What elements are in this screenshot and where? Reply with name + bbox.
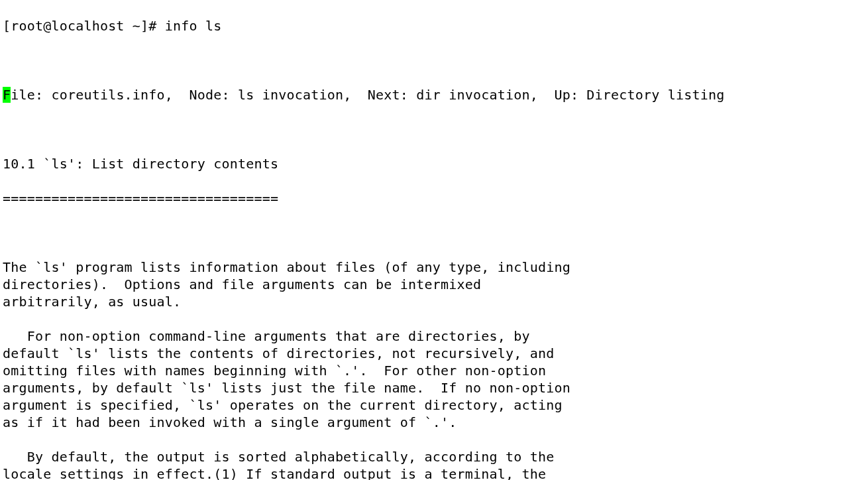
info-body-line: default `ls' lists the contents of direc… <box>3 345 865 362</box>
info-body-line <box>3 310 865 328</box>
info-body-line: The `ls' program lists information about… <box>3 259 865 276</box>
prompt-line: [root@localhost ~]# info ls <box>3 17 865 34</box>
terminal-viewport[interactable]: [root@localhost ~]# info ls File: coreut… <box>0 0 868 480</box>
shell-prompt: [root@localhost ~]# <box>3 18 165 34</box>
section-heading: 10.1 `ls': List directory contents <box>3 155 865 172</box>
blank-line <box>3 121 865 138</box>
info-body-line: directories). Options and file arguments… <box>3 276 865 293</box>
info-body-line: For non-option command-line arguments th… <box>3 328 865 345</box>
typed-command: info ls <box>165 18 222 34</box>
info-body-line: arguments, by default `ls' lists just th… <box>3 379 865 396</box>
info-nav-text: ile: coreutils.info, Node: ls invocation… <box>11 87 724 103</box>
heading-rule: ================================== <box>3 190 865 207</box>
info-body-line: omitting files with names beginning with… <box>3 362 865 379</box>
blank-line <box>3 224 865 241</box>
info-body-line: as if it had been invoked with a single … <box>3 414 865 431</box>
info-body-line: locale settings in effect.(1) If standar… <box>3 465 865 480</box>
info-nav-line: File: coreutils.info, Node: ls invocatio… <box>3 86 865 103</box>
terminal-cursor: F <box>3 87 11 103</box>
info-body-line: arbitrarily, as usual. <box>3 293 865 310</box>
info-body-line: By default, the output is sorted alphabe… <box>3 448 865 465</box>
info-body: The `ls' program lists information about… <box>3 259 865 480</box>
blank-line <box>3 52 865 69</box>
info-body-line: argument is specified, `ls' operates on … <box>3 396 865 414</box>
info-body-line <box>3 431 865 448</box>
